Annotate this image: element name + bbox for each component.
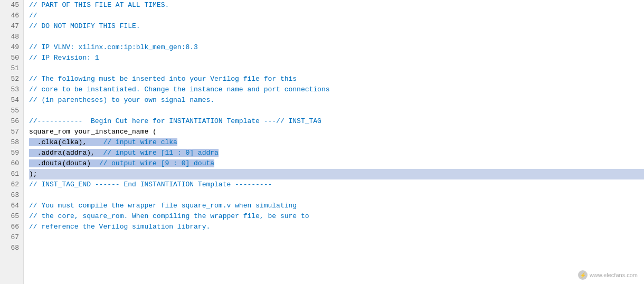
line-number: 57 [4,127,19,137]
comment-text: // IP Revision: 1 [29,54,99,62]
code-content[interactable]: // PART OF THIS FILE AT ALL TIMES.//// D… [24,0,644,284]
code-line [29,63,644,74]
comment-text: // The following must be inserted into y… [29,75,297,83]
code-line: ); [29,169,644,179]
selected-comment: // input wire clka [103,138,177,146]
line-number: 67 [4,232,19,243]
code-line: // (in parentheses) to your own signal n… [29,95,644,106]
code-line [29,232,644,243]
code-line: //----------- Begin Cut here for INSTANT… [29,116,644,127]
watermark: ⚡ www.elecfans.com [578,270,638,280]
comment-text: // You must compile the wrapper file squ… [29,202,297,210]
line-number: 62 [4,179,19,190]
line-number: 66 [4,222,19,232]
code-line [29,32,644,42]
code-line: .douta(douta) // output wire [9 : 0] dou… [29,158,644,169]
line-number: 56 [4,116,19,127]
code-line [29,243,644,253]
code-line: // INST_TAG_END ------ End INSTANTIATION… [29,179,644,190]
code-line: // the core, square_rom. When compiling … [29,211,644,222]
line-number: 52 [4,74,19,84]
line-number: 51 [4,63,19,74]
line-number: 45 [4,0,19,11]
code-line [29,106,644,116]
code-line: // IP VLNV: xilinx.com:ip:blk_mem_gen:8.… [29,42,644,53]
line-number: 59 [4,148,19,158]
line-number: 47 [4,21,19,32]
line-number: 58 [4,137,19,148]
line-number: 61 [4,169,19,179]
line-number: 64 [4,201,19,211]
comment-text: // PART OF THIS FILE AT ALL TIMES. [29,1,169,9]
code-line: // PART OF THIS FILE AT ALL TIMES. [29,0,644,11]
comment-text: // IP VLNV: xilinx.com:ip:blk_mem_gen:8.… [29,43,198,51]
code-line: square_rom your_instance_name ( [29,127,644,137]
code-line [29,190,644,201]
comment-text: // reference the Verilog simulation libr… [29,223,210,231]
comment-text: // INST_TAG_END ------ End INSTANTIATION… [29,181,272,188]
watermark-icon: ⚡ [578,270,588,280]
code-line: .clka(clka), // input wire clka [29,137,644,148]
line-number: 65 [4,211,19,222]
selected-code: .addra(addra), [29,149,103,157]
selected-code: .clka(clka), [29,138,103,146]
code-line: // You must compile the wrapper file squ… [29,201,644,211]
selected-code: .douta(douta) [29,159,99,167]
line-number: 46 [4,11,19,21]
comment-text: // core to be instantiated. Change the i… [29,86,330,93]
code-line: // [29,11,644,21]
code-line: .addra(addra), // input wire [11 : 0] ad… [29,148,644,158]
line-number: 49 [4,42,19,53]
line-number: 63 [4,190,19,201]
line-number-gutter: 4546474849505152535455565758596061626364… [0,0,24,284]
code-line: // The following must be inserted into y… [29,74,644,84]
comment-text: // [29,12,37,20]
comment-text: // the core, square_rom. When compiling … [29,212,309,220]
watermark-text: www.elecfans.com [590,272,638,278]
comment-text: // (in parentheses) to your own signal n… [29,96,214,104]
comment-text: // DO NOT MODIFY THIS FILE. [29,22,140,30]
code-line: // DO NOT MODIFY THIS FILE. [29,21,644,32]
line-number: 54 [4,95,19,106]
line-number: 48 [4,32,19,42]
selected-comment: // input wire [11 : 0] addra [103,149,218,157]
line-number: 68 [4,243,19,253]
selected-comment: // output wire [9 : 0] douta [99,159,214,167]
code-line: // core to be instantiated. Change the i… [29,84,644,95]
line-number: 55 [4,106,19,116]
code-line: // reference the Verilog simulation libr… [29,222,644,232]
code-line: // IP Revision: 1 [29,53,644,63]
line-number: 53 [4,84,19,95]
line-number: 50 [4,53,19,63]
comment-text: //----------- Begin Cut here for INSTANT… [29,117,321,125]
code-editor: 4546474849505152535455565758596061626364… [0,0,644,284]
line-number: 60 [4,158,19,169]
